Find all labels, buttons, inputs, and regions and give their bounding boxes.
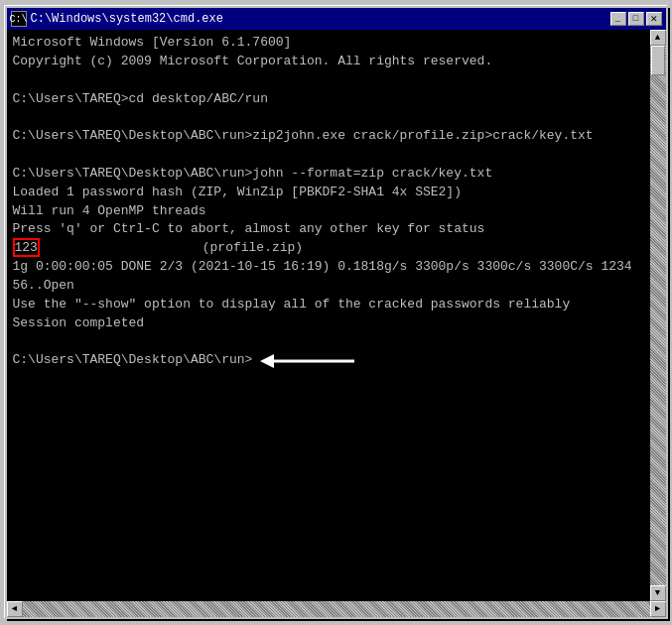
terminal-filename: (profile.zip) — [48, 240, 303, 255]
terminal-line — [13, 146, 644, 165]
terminal-line: Session completed — [13, 314, 644, 333]
scroll-down-button[interactable]: ▼ — [650, 585, 666, 601]
scroll-left-button[interactable]: ◄ — [7, 601, 23, 617]
terminal-line: Loaded 1 password hash (ZIP, WinZip [PBK… — [13, 184, 644, 202]
terminal-prompt-line: C:\Users\TAREQ\Desktop\ABC\run> — [13, 351, 644, 370]
terminal-line: 1g 0:00:00:05 DONE 2/3 (2021-10-15 16:19… — [13, 258, 644, 277]
scroll-track[interactable] — [650, 46, 666, 585]
terminal-line: C:\Users\TAREQ\Desktop\ABC\run>john --fo… — [13, 165, 644, 184]
scroll-right-button[interactable]: ► — [650, 601, 666, 617]
terminal-prompt: C:\Users\TAREQ\Desktop\ABC\run> — [13, 351, 253, 370]
scroll-thumb[interactable] — [651, 46, 665, 75]
minimize-button[interactable]: _ — [610, 12, 626, 26]
window-icon: C:\ — [11, 11, 27, 27]
terminal-line — [13, 333, 644, 352]
terminal-line — [13, 108, 644, 127]
password-highlight: 123 — [13, 238, 40, 257]
terminal-line — [13, 71, 644, 90]
title-bar: C:\ C:\Windows\system32\cmd.exe _ □ ✕ — [7, 8, 666, 30]
window-title: C:\Windows\system32\cmd.exe — [31, 12, 610, 26]
terminal-line: Copyright (c) 2009 Microsoft Corporation… — [13, 53, 644, 71]
cursor-arrow — [260, 352, 359, 370]
terminal-line: 56..Open — [13, 277, 644, 296]
horizontal-scrollbar: ◄ ► — [7, 601, 666, 617]
terminal-output[interactable]: Microsoft Windows [Version 6.1.7600] Cop… — [7, 30, 650, 601]
window-content: Microsoft Windows [Version 6.1.7600] Cop… — [7, 30, 666, 601]
terminal-line: Press 'q' or Ctrl-C to abort, almost any… — [13, 220, 644, 239]
arrow-icon — [260, 352, 359, 370]
terminal-line: Use the "--show" option to display all o… — [13, 296, 644, 314]
vertical-scrollbar: ▲ ▼ — [650, 30, 666, 601]
terminal-line: C:\Users\TAREQ>cd desktop/ABC/run — [13, 90, 644, 109]
terminal-line-highlighted: 123 (profile.zip) — [13, 239, 644, 258]
horizontal-scroll-track[interactable] — [23, 601, 650, 617]
close-button[interactable]: ✕ — [646, 12, 662, 26]
title-bar-buttons: _ □ ✕ — [610, 12, 662, 26]
svg-marker-1 — [260, 354, 274, 368]
maximize-button[interactable]: □ — [628, 12, 644, 26]
cmd-window: C:\ C:\Windows\system32\cmd.exe _ □ ✕ Mi… — [5, 6, 668, 619]
terminal-line: Microsoft Windows [Version 6.1.7600] — [13, 34, 644, 53]
scroll-up-button[interactable]: ▲ — [650, 30, 666, 46]
terminal-line: Will run 4 OpenMP threads — [13, 202, 644, 221]
terminal-line: C:\Users\TAREQ\Desktop\ABC\run>zip2john.… — [13, 127, 644, 146]
